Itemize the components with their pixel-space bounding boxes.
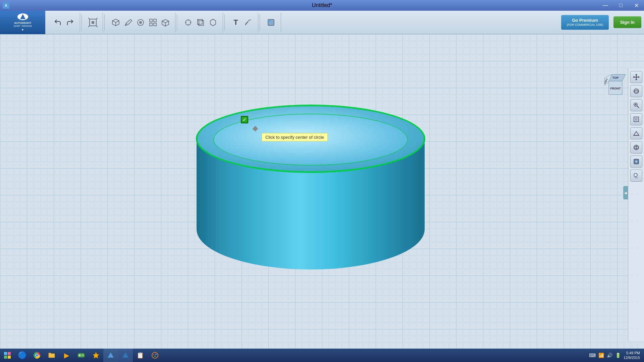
viewcube-front-label: FRONT (610, 87, 621, 90)
redo-button[interactable] (64, 17, 76, 28)
3d-viewport[interactable]: Click to specify center of circle ✓ TOP … (0, 34, 644, 351)
logo-line2: 123D° DESIGN (13, 24, 32, 27)
sketch-tool-button[interactable] (122, 17, 134, 28)
perspective-button[interactable] (630, 127, 642, 139)
material-button[interactable] (265, 17, 277, 28)
undo-redo-group (48, 12, 80, 33)
close-button[interactable]: ✕ (629, 0, 644, 11)
svg-point-69 (155, 354, 157, 355)
confirm-button[interactable]: ✓ (241, 116, 248, 123)
svg-rect-55 (8, 356, 11, 359)
taskbar-system-area: ⌨ 📶 🔊 🔋 5:49 PM 12/8/2015 (589, 351, 644, 360)
keyboard-icon: ⌨ (589, 353, 596, 358)
svg-rect-53 (8, 352, 11, 355)
minimize-button[interactable]: — (598, 0, 613, 11)
premium-area: Go Premium (FOR COMMERCIAL USE) Sign In (561, 15, 641, 30)
view-cube-button[interactable] (195, 17, 206, 28)
svg-rect-13 (150, 23, 152, 26)
measure-button[interactable] (243, 17, 254, 28)
taskbar-item-game[interactable] (74, 349, 89, 362)
app-icon: A (3, 2, 9, 9)
svg-marker-66 (122, 352, 128, 358)
taskbar-item-autodesk[interactable] (103, 349, 118, 362)
premium-line1: Go Premium (567, 17, 603, 23)
autodesk-logo-icon (17, 13, 28, 20)
svg-line-6 (96, 26, 98, 27)
taskbar-item-files[interactable] (44, 349, 59, 362)
smart-scale-button[interactable] (87, 17, 99, 28)
transform-group (83, 12, 103, 33)
undo-button[interactable] (52, 17, 63, 28)
taskbar-item-paint[interactable] (148, 349, 162, 362)
svg-point-68 (153, 354, 154, 355)
fit-button[interactable] (630, 113, 642, 125)
svg-rect-26 (268, 19, 274, 25)
premium-line2: (FOR COMMERCIAL USE) (567, 23, 603, 27)
logo-area[interactable]: AUTODESK® 123D° DESIGN ▼ (0, 11, 45, 34)
material-group (261, 12, 281, 33)
box-tool-button[interactable] (110, 17, 121, 28)
shadow-button[interactable] (630, 170, 642, 182)
modify-tool-button[interactable] (135, 17, 146, 28)
volume-icon: 🔊 (607, 353, 612, 358)
svg-point-49 (635, 161, 637, 163)
logo-dropdown-icon[interactable]: ▼ (21, 28, 24, 32)
svg-rect-12 (154, 19, 156, 22)
render-mode-button[interactable] (630, 156, 642, 168)
logo-line1: AUTODESK® (14, 21, 31, 24)
svg-marker-36 (638, 76, 640, 78)
svg-rect-61 (79, 355, 80, 356)
clock-time: 5:49 PM (624, 351, 640, 355)
taskbar-item-design[interactable] (118, 349, 133, 362)
windows-start-button[interactable] (0, 349, 15, 362)
pan-button[interactable] (630, 71, 642, 83)
taskbar-item-chrome[interactable] (30, 349, 44, 362)
tooltip-text: Click to specify center of circle (265, 135, 324, 140)
wireframe-button[interactable] (630, 141, 642, 154)
svg-marker-64 (93, 352, 99, 358)
toolbar: AUTODESK® 123D° DESIGN ▼ (0, 11, 644, 34)
svg-point-70 (154, 356, 156, 357)
battery-icon: 🔋 (615, 353, 621, 358)
context-tooltip: Click to specify center of circle (262, 133, 328, 141)
svg-point-63 (83, 355, 84, 356)
premium-button[interactable]: Go Premium (FOR COMMERCIAL USE) (561, 15, 608, 30)
maximize-button[interactable]: □ (613, 0, 629, 11)
svg-point-50 (634, 173, 637, 177)
svg-point-67 (152, 352, 158, 358)
taskbar-item-folder[interactable]: 📋 (133, 349, 148, 362)
svg-rect-11 (150, 19, 152, 22)
text-button[interactable]: T (230, 17, 241, 28)
orbit-button[interactable] (630, 85, 642, 97)
svg-rect-2 (92, 21, 94, 24)
svg-marker-34 (635, 79, 637, 80)
system-clock[interactable]: 5:49 PM 12/8/2015 (624, 351, 640, 360)
title-bar: A Untitled* — □ ✕ (0, 0, 644, 11)
svg-rect-21 (199, 21, 204, 25)
primitives-group (106, 12, 175, 33)
viewcube-top-label: TOP (612, 76, 619, 79)
text-group: T (226, 12, 258, 33)
svg-line-39 (637, 106, 639, 108)
svg-line-3 (88, 18, 90, 19)
view-group (178, 12, 223, 33)
zoom-button[interactable] (630, 99, 642, 111)
svg-marker-0 (20, 14, 25, 19)
pattern-tool-button[interactable] (147, 17, 159, 28)
svg-point-58 (36, 354, 38, 357)
view3d-button[interactable] (207, 17, 219, 28)
snap-button[interactable] (182, 17, 194, 28)
window-title: Untitled* (312, 2, 332, 8)
taskbar-item-media[interactable]: ▶ (59, 349, 74, 362)
group-tool-button[interactable] (160, 17, 171, 28)
svg-marker-33 (635, 74, 637, 75)
panel-toggle-button[interactable]: ◀ (623, 186, 628, 199)
taskbar: 🔵 ▶ (0, 349, 644, 362)
view-cube[interactable]: TOP FRONT LEFT (602, 73, 626, 96)
signin-button[interactable]: Sign In (613, 16, 641, 28)
checkmark-icon: ✓ (243, 117, 247, 122)
taskbar-item-1[interactable]: 🔵 (15, 349, 30, 362)
svg-marker-65 (108, 352, 114, 358)
taskbar-item-6[interactable] (89, 349, 103, 362)
svg-rect-43 (635, 118, 638, 121)
